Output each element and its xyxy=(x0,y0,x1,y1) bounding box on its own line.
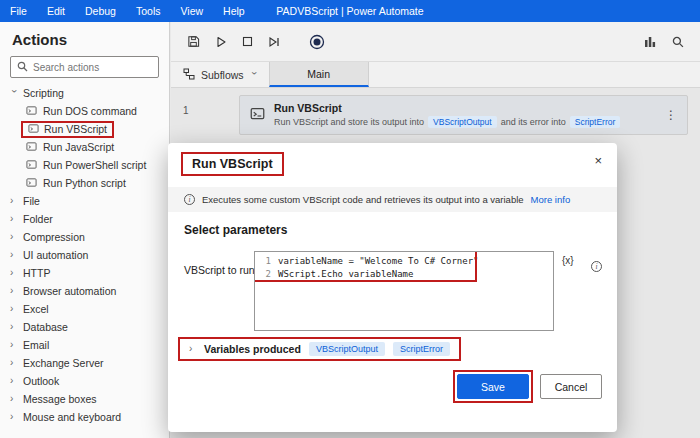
tree-group-label: Excel xyxy=(23,303,49,315)
tree-group-label: Browser automation xyxy=(23,285,116,297)
tree-item-run-javascript[interactable]: Run JavaScript xyxy=(0,138,169,156)
chevron-right-icon: › xyxy=(10,250,17,260)
chevron-down-icon: › xyxy=(9,90,19,97)
tree-group-label: File xyxy=(23,195,40,207)
chevron-right-icon: › xyxy=(10,322,17,332)
save-button[interactable]: Save xyxy=(457,374,529,399)
search-actions-box[interactable] xyxy=(10,56,159,78)
tree-group-scripting[interactable]: › Scripting xyxy=(0,84,169,102)
tree-group-ui-automation[interactable]: ›UI automation xyxy=(0,246,169,264)
tree-group-label: Database xyxy=(23,321,68,333)
step-over-icon[interactable] xyxy=(268,36,280,48)
script-icon xyxy=(26,159,37,172)
variables-pane-icon[interactable] xyxy=(644,36,656,48)
variables-produced-label: Variables produced xyxy=(204,343,301,355)
more-info-link[interactable]: More info xyxy=(531,194,571,205)
parameter-info-icon[interactable]: i xyxy=(591,255,602,273)
variable-badge-vbscriptoutput[interactable]: VBScriptOutput xyxy=(428,116,497,128)
variable-badge-vbscriptoutput[interactable]: VBScriptOutput xyxy=(309,342,385,356)
tree-group-label: Email xyxy=(23,339,49,351)
chevron-right-icon[interactable]: › xyxy=(189,344,196,354)
power-automate-window: File Edit Debug Tools View Help PADVBScr… xyxy=(0,0,700,438)
menu-tools[interactable]: Tools xyxy=(126,0,171,22)
dialog-info-bar: i Executes some custom VBScript code and… xyxy=(168,187,617,212)
tree-group-mouse-keyboard[interactable]: ›Mouse and keyboard xyxy=(0,408,169,426)
stop-icon[interactable] xyxy=(242,36,253,47)
save-icon[interactable] xyxy=(187,35,200,48)
tree-group-email[interactable]: ›Email xyxy=(0,336,169,354)
tree-item-label: Run DOS command xyxy=(43,105,137,117)
tab-bar: Subflows › Main xyxy=(171,62,700,88)
tree-group-database[interactable]: ›Database xyxy=(0,318,169,336)
chevron-right-icon: › xyxy=(10,376,17,386)
vbscript-to-run-label: VBScript to run: xyxy=(184,264,258,276)
subflow-icon xyxy=(183,68,195,82)
record-icon[interactable] xyxy=(309,34,325,50)
tree-item-run-dos-command[interactable]: Run DOS command xyxy=(0,102,169,120)
description-text: and its error into xyxy=(501,117,566,127)
action-card-title: Run VBScript xyxy=(274,102,620,114)
cancel-button[interactable]: Cancel xyxy=(540,374,602,399)
chevron-right-icon: › xyxy=(10,232,17,242)
script-icon xyxy=(28,123,39,136)
actions-sidebar: Actions › Scripting Run DOS command Run … xyxy=(0,22,170,438)
tree-item-label: Run Python script xyxy=(43,177,126,189)
menu-help[interactable]: Help xyxy=(213,0,255,22)
actions-tree: › Scripting Run DOS command Run VBScript… xyxy=(0,84,169,426)
tree-group-exchange-server[interactable]: ›Exchange Server xyxy=(0,354,169,372)
tree-item-label: Run VBScript xyxy=(44,123,107,135)
menu-debug[interactable]: Debug xyxy=(75,0,126,22)
action-card-text: Run VBScript Run VBScript and store its … xyxy=(274,102,620,128)
action-card-description: Run VBScript and store its output into V… xyxy=(274,116,620,128)
tree-item-run-vbscript[interactable]: Run VBScript xyxy=(0,120,169,138)
chevron-right-icon: › xyxy=(10,214,17,224)
action-card-menu-icon[interactable]: ⋮ xyxy=(665,108,677,122)
menu-view[interactable]: View xyxy=(170,0,213,22)
menu-file[interactable]: File xyxy=(0,0,37,22)
sidebar-title: Actions xyxy=(0,22,169,56)
tree-item-run-python[interactable]: Run Python script xyxy=(0,174,169,192)
tree-item-run-powershell[interactable]: Run PowerShell script xyxy=(0,156,169,174)
tree-group-file[interactable]: ›File xyxy=(0,192,169,210)
action-row-number: 1 xyxy=(183,105,189,116)
tree-group-browser-automation[interactable]: ›Browser automation xyxy=(0,282,169,300)
annotation-redbox-save: Save xyxy=(453,370,533,403)
menu-edit[interactable]: Edit xyxy=(37,0,75,22)
window-title: PADVBScript | Power Automate xyxy=(276,5,423,17)
variable-badge-scripterror[interactable]: ScriptError xyxy=(570,116,621,128)
search-actions-input[interactable] xyxy=(33,62,152,73)
script-icon xyxy=(250,106,265,125)
variable-picker-button[interactable]: {x} xyxy=(562,255,574,266)
chevron-right-icon: › xyxy=(10,286,17,296)
menubar: File Edit Debug Tools View Help PADVBScr… xyxy=(0,0,700,22)
run-vbscript-dialog: Run VBScript × i Executes some custom VB… xyxy=(168,143,617,432)
chevron-right-icon: › xyxy=(10,304,17,314)
run-icon[interactable] xyxy=(215,36,227,48)
code-text: WScript.Echo variableName xyxy=(278,268,413,281)
tree-item-label: Run JavaScript xyxy=(43,141,114,153)
code-text: variableName = "Welcome To C# Corner" xyxy=(278,255,478,268)
close-icon[interactable]: × xyxy=(594,154,602,167)
tree-group-compression[interactable]: ›Compression xyxy=(0,228,169,246)
subflows-dropdown[interactable]: Subflows › xyxy=(171,62,269,87)
search-icon[interactable] xyxy=(672,36,684,48)
tree-group-http[interactable]: ›HTTP xyxy=(0,264,169,282)
line-number: 2 xyxy=(255,268,271,281)
tree-item-label: Run PowerShell script xyxy=(43,159,146,171)
chevron-right-icon: › xyxy=(10,412,17,422)
chevron-right-icon: › xyxy=(10,340,17,350)
tree-group-excel[interactable]: ›Excel xyxy=(0,300,169,318)
tree-group-folder[interactable]: ›Folder xyxy=(0,210,169,228)
tab-main[interactable]: Main xyxy=(269,62,369,87)
chevron-right-icon: › xyxy=(10,268,17,278)
tree-group-label: Compression xyxy=(23,231,85,243)
variable-badge-scripterror[interactable]: ScriptError xyxy=(393,342,450,356)
tree-group-message-boxes[interactable]: ›Message boxes xyxy=(0,390,169,408)
vbscript-code-editor[interactable]: 1 variableName = "Welcome To C# Corner" … xyxy=(254,251,554,331)
chevron-down-icon: › xyxy=(248,71,258,78)
tree-group-label: Message boxes xyxy=(23,393,97,405)
action-card-run-vbscript[interactable]: Run VBScript Run VBScript and store its … xyxy=(239,95,688,135)
chevron-right-icon: › xyxy=(10,358,17,368)
select-parameters-heading: Select parameters xyxy=(184,223,287,237)
tree-group-outlook[interactable]: ›Outlook xyxy=(0,372,169,390)
